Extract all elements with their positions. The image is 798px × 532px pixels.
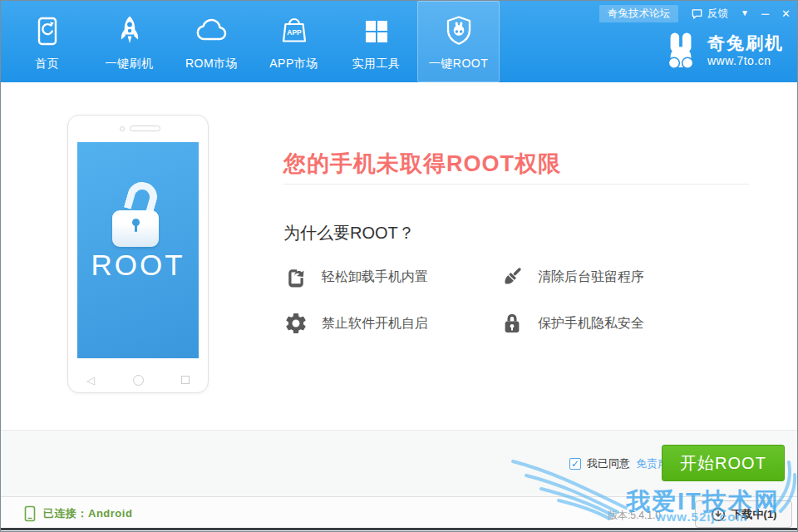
phone-camera-dot bbox=[120, 126, 125, 131]
feature-label: 轻松卸载手机内置 bbox=[322, 268, 428, 286]
tab-tools-label: 实用工具 bbox=[352, 57, 401, 71]
android-home-icon bbox=[133, 375, 144, 386]
phone-illustration: ROOT ◁ bbox=[67, 115, 209, 393]
screen-root-label: ROOT bbox=[77, 249, 199, 282]
tab-app-market-label: APP市场 bbox=[269, 57, 318, 71]
tab-flash[interactable]: 一键刷机 bbox=[88, 1, 170, 82]
home-refresh-icon bbox=[28, 12, 66, 51]
main-content: ROOT ◁ 您的手机未取得ROOT权限 为什么要ROOT？ 轻松卸载手机内置 bbox=[1, 82, 797, 430]
feature-list: 轻松卸载手机内置 清除后台驻留程序 bbox=[283, 260, 749, 340]
close-button[interactable]: ✕ bbox=[781, 8, 791, 19]
feature-label: 清除后台驻留程序 bbox=[538, 268, 644, 286]
tab-app-market[interactable]: APP APP市场 bbox=[253, 1, 335, 82]
minimize-button[interactable]: ─ bbox=[761, 8, 769, 19]
tab-tools[interactable]: 实用工具 bbox=[335, 1, 417, 82]
header: 首页 一键刷机 bbox=[1, 1, 797, 82]
tab-one-key-root-label: 一键ROOT bbox=[429, 57, 488, 71]
agree-label: 我已同意 bbox=[587, 456, 630, 471]
footer-panel: ✓ 我已同意 免责声明 开始ROOT bbox=[1, 430, 797, 496]
brand-logo: 奇兔刷机 www.7to.cn bbox=[663, 31, 784, 70]
tab-rom-market[interactable]: ROM市场 bbox=[170, 1, 253, 82]
phone-connected-icon bbox=[24, 505, 36, 522]
main-nav: 首页 一键刷机 bbox=[6, 1, 500, 82]
forum-button[interactable]: 奇兔技术论坛 bbox=[599, 5, 678, 22]
window-controls: 奇兔技术论坛 反馈 ▼ ─ ✕ bbox=[599, 4, 791, 22]
app-window: 首页 一键刷机 bbox=[0, 0, 798, 532]
feature-privacy: 保护手机隐私安全 bbox=[500, 307, 749, 340]
download-label: 下载中(1) bbox=[732, 507, 777, 522]
grid-icon bbox=[357, 12, 396, 51]
tab-home[interactable]: 首页 bbox=[6, 1, 88, 82]
page-title: 您的手机未取得ROOT权限 bbox=[283, 149, 561, 179]
feature-label: 禁止软件开机自启 bbox=[322, 315, 428, 332]
speech-bubble-icon bbox=[691, 7, 703, 20]
brand-name: 奇兔刷机 bbox=[707, 33, 784, 53]
start-root-button[interactable]: 开始ROOT bbox=[662, 445, 785, 481]
agree-checkbox[interactable]: ✓ bbox=[569, 458, 581, 470]
shield-rabbit-icon bbox=[440, 12, 478, 51]
rabbit-logo-icon bbox=[663, 31, 699, 70]
feature-uninstall: 轻松卸载手机内置 bbox=[283, 260, 500, 293]
keyhole-stem bbox=[135, 224, 137, 232]
feature-autostart: 禁止软件开机自启 bbox=[283, 307, 500, 340]
lock-body-icon bbox=[112, 210, 159, 247]
version-label: 版本:5.4.1.0 bbox=[608, 509, 661, 523]
connection-status: 已连接：Android bbox=[24, 505, 132, 522]
tab-flash-label: 一键刷机 bbox=[106, 57, 154, 71]
rocket-icon bbox=[111, 12, 149, 51]
tab-one-key-root[interactable]: 一键ROOT bbox=[417, 1, 500, 82]
title-divider bbox=[283, 184, 749, 185]
cloud-icon bbox=[193, 12, 231, 51]
feature-label: 保护手机隐私安全 bbox=[538, 315, 644, 332]
chevron-down-icon[interactable]: ▼ bbox=[741, 9, 749, 17]
window-bottom-edge bbox=[1, 528, 797, 530]
app-bag-text: APP bbox=[287, 27, 302, 36]
gear-icon bbox=[283, 311, 308, 336]
connection-label: 已连接：Android bbox=[43, 506, 132, 521]
feature-clean: 清除后台驻留程序 bbox=[500, 260, 749, 293]
download-button[interactable]: 下载中(1) bbox=[695, 500, 792, 528]
app-bag-icon: APP bbox=[275, 12, 313, 51]
lock-icon bbox=[500, 311, 525, 336]
android-back-icon: ◁ bbox=[86, 374, 95, 387]
android-recent-icon bbox=[181, 376, 190, 384]
uninstall-phone-icon bbox=[283, 264, 308, 289]
phone-nav-buttons: ◁ bbox=[86, 372, 190, 388]
phone-earpiece-bar bbox=[130, 126, 160, 131]
brush-icon bbox=[500, 264, 525, 289]
feedback-label: 反馈 bbox=[707, 7, 728, 21]
tab-home-label: 首页 bbox=[35, 57, 59, 71]
download-icon bbox=[711, 507, 726, 522]
tab-rom-market-label: ROM市场 bbox=[185, 57, 238, 71]
status-bar: 已连接：Android 版本:5.4.1.0 下载中(1) bbox=[1, 496, 797, 530]
brand-url: www.7to.cn bbox=[707, 54, 784, 67]
feedback-button[interactable]: 反馈 bbox=[691, 7, 728, 21]
phone-screen: ROOT bbox=[77, 142, 199, 358]
why-root-heading: 为什么要ROOT？ bbox=[283, 222, 415, 244]
